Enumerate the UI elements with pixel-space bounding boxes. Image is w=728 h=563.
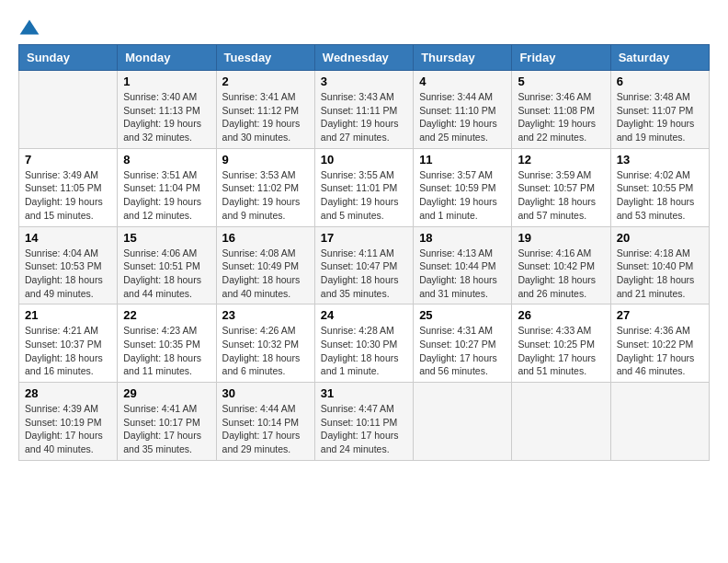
calendar-week-row: 28Sunrise: 4:39 AMSunset: 10:19 PMDaylig… [19,383,710,461]
calendar-day-header: Thursday [414,45,512,71]
day-info: Sunrise: 3:55 AMSunset: 11:01 PMDaylight… [321,168,407,223]
day-number: 15 [123,231,210,245]
day-info: Sunrise: 3:57 AMSunset: 10:59 PMDaylight… [419,168,506,223]
day-number: 25 [419,308,506,322]
day-info: Sunrise: 4:28 AMSunset: 10:30 PMDaylight… [321,324,407,378]
calendar-week-row: 1Sunrise: 3:40 AMSunset: 11:13 PMDayligh… [19,71,710,149]
calendar-cell: 27Sunrise: 4:36 AMSunset: 10:22 PMDaylig… [610,304,709,383]
day-info: Sunrise: 4:39 AMSunset: 10:19 PMDaylight… [25,402,111,456]
day-info: Sunrise: 3:44 AMSunset: 11:10 PMDaylight… [419,90,506,144]
calendar-cell: 7Sunrise: 3:49 AMSunset: 11:05 PMDayligh… [19,148,118,226]
day-info: Sunrise: 3:53 AMSunset: 11:02 PMDaylight… [222,168,309,223]
calendar-cell: 31Sunrise: 4:47 AMSunset: 10:11 PMDaylig… [314,383,413,461]
day-number: 27 [617,308,703,322]
day-number: 2 [222,75,309,88]
day-number: 21 [25,308,111,322]
logo-icon [18,18,40,40]
day-info: Sunrise: 4:06 AMSunset: 10:51 PMDaylight… [123,247,210,301]
day-number: 31 [321,386,407,400]
day-number: 26 [518,308,604,322]
day-number: 30 [222,386,309,400]
day-info: Sunrise: 4:26 AMSunset: 10:32 PMDaylight… [222,324,309,378]
day-info: Sunrise: 3:48 AMSunset: 11:07 PMDaylight… [617,90,703,144]
calendar-cell: 6Sunrise: 3:48 AMSunset: 11:07 PMDayligh… [610,71,709,149]
calendar-day-header: Monday [118,45,216,71]
calendar-cell: 2Sunrise: 3:41 AMSunset: 11:12 PMDayligh… [216,71,314,149]
day-info: Sunrise: 4:36 AMSunset: 10:22 PMDaylight… [617,324,703,378]
day-number: 13 [617,153,703,167]
calendar-cell: 1Sunrise: 3:40 AMSunset: 11:13 PMDayligh… [118,71,216,149]
day-info: Sunrise: 4:08 AMSunset: 10:49 PMDaylight… [222,247,309,301]
day-number: 28 [25,386,111,400]
calendar-header-row: SundayMondayTuesdayWednesdayThursdayFrid… [19,45,710,71]
day-number: 7 [25,153,111,167]
page-header [18,18,710,40]
calendar-cell: 21Sunrise: 4:21 AMSunset: 10:37 PMDaylig… [19,304,118,383]
calendar-cell: 29Sunrise: 4:41 AMSunset: 10:17 PMDaylig… [118,383,216,461]
calendar-cell: 30Sunrise: 4:44 AMSunset: 10:14 PMDaylig… [216,383,314,461]
calendar-week-row: 7Sunrise: 3:49 AMSunset: 11:05 PMDayligh… [19,148,710,226]
day-number: 22 [123,308,210,322]
calendar-cell: 16Sunrise: 4:08 AMSunset: 10:49 PMDaylig… [216,226,314,304]
day-number: 4 [419,75,506,88]
day-number: 10 [321,153,407,167]
day-info: Sunrise: 4:21 AMSunset: 10:37 PMDaylight… [25,324,111,378]
day-info: Sunrise: 4:13 AMSunset: 10:44 PMDaylight… [419,247,506,301]
calendar-cell: 25Sunrise: 4:31 AMSunset: 10:27 PMDaylig… [414,304,512,383]
calendar-cell: 18Sunrise: 4:13 AMSunset: 10:44 PMDaylig… [414,226,512,304]
day-number: 20 [617,231,703,245]
day-info: Sunrise: 4:44 AMSunset: 10:14 PMDaylight… [222,402,309,456]
calendar-cell: 8Sunrise: 3:51 AMSunset: 11:04 PMDayligh… [118,148,216,226]
calendar-cell [19,71,118,149]
day-info: Sunrise: 3:59 AMSunset: 10:57 PMDaylight… [518,168,604,223]
calendar-cell: 3Sunrise: 3:43 AMSunset: 11:11 PMDayligh… [314,71,413,149]
svg-marker-0 [20,20,40,35]
day-info: Sunrise: 4:23 AMSunset: 10:35 PMDaylight… [123,324,210,378]
calendar-day-header: Sunday [19,45,118,71]
day-info: Sunrise: 4:31 AMSunset: 10:27 PMDaylight… [419,324,506,378]
calendar-cell: 20Sunrise: 4:18 AMSunset: 10:40 PMDaylig… [610,226,709,304]
calendar-day-header: Saturday [610,45,709,71]
day-info: Sunrise: 3:51 AMSunset: 11:04 PMDaylight… [123,168,210,223]
day-info: Sunrise: 3:43 AMSunset: 11:11 PMDaylight… [321,90,407,144]
day-number: 9 [222,153,309,167]
calendar-cell: 17Sunrise: 4:11 AMSunset: 10:47 PMDaylig… [314,226,413,304]
calendar-cell: 23Sunrise: 4:26 AMSunset: 10:32 PMDaylig… [216,304,314,383]
day-number: 11 [419,153,506,167]
calendar-cell [512,383,610,461]
day-info: Sunrise: 4:11 AMSunset: 10:47 PMDaylight… [321,247,407,301]
day-number: 29 [123,386,210,400]
calendar-cell: 15Sunrise: 4:06 AMSunset: 10:51 PMDaylig… [118,226,216,304]
calendar-cell: 28Sunrise: 4:39 AMSunset: 10:19 PMDaylig… [19,383,118,461]
calendar-cell: 14Sunrise: 4:04 AMSunset: 10:53 PMDaylig… [19,226,118,304]
day-number: 18 [419,231,506,245]
calendar-cell: 11Sunrise: 3:57 AMSunset: 10:59 PMDaylig… [414,148,512,226]
calendar-cell: 9Sunrise: 3:53 AMSunset: 11:02 PMDayligh… [216,148,314,226]
logo [18,18,42,40]
calendar-cell: 22Sunrise: 4:23 AMSunset: 10:35 PMDaylig… [118,304,216,383]
day-info: Sunrise: 4:18 AMSunset: 10:40 PMDaylight… [617,247,703,301]
day-number: 23 [222,308,309,322]
day-number: 16 [222,231,309,245]
calendar-cell: 12Sunrise: 3:59 AMSunset: 10:57 PMDaylig… [512,148,610,226]
calendar-day-header: Wednesday [314,45,413,71]
day-number: 19 [518,231,604,245]
day-info: Sunrise: 4:04 AMSunset: 10:53 PMDaylight… [25,247,111,301]
day-info: Sunrise: 4:47 AMSunset: 10:11 PMDaylight… [321,402,407,456]
calendar-week-row: 21Sunrise: 4:21 AMSunset: 10:37 PMDaylig… [19,304,710,383]
day-info: Sunrise: 4:02 AMSunset: 10:55 PMDaylight… [617,168,703,223]
day-info: Sunrise: 4:33 AMSunset: 10:25 PMDaylight… [518,324,604,378]
day-info: Sunrise: 3:41 AMSunset: 11:12 PMDaylight… [222,90,309,144]
calendar-cell [610,383,709,461]
calendar-cell: 13Sunrise: 4:02 AMSunset: 10:55 PMDaylig… [610,148,709,226]
day-number: 14 [25,231,111,245]
day-info: Sunrise: 3:40 AMSunset: 11:13 PMDaylight… [123,90,210,144]
calendar-cell: 26Sunrise: 4:33 AMSunset: 10:25 PMDaylig… [512,304,610,383]
day-number: 12 [518,153,604,167]
calendar-cell: 5Sunrise: 3:46 AMSunset: 11:08 PMDayligh… [512,71,610,149]
calendar-cell: 19Sunrise: 4:16 AMSunset: 10:42 PMDaylig… [512,226,610,304]
day-number: 17 [321,231,407,245]
calendar-cell [414,383,512,461]
day-info: Sunrise: 3:46 AMSunset: 11:08 PMDaylight… [518,90,604,144]
day-number: 6 [617,75,703,88]
